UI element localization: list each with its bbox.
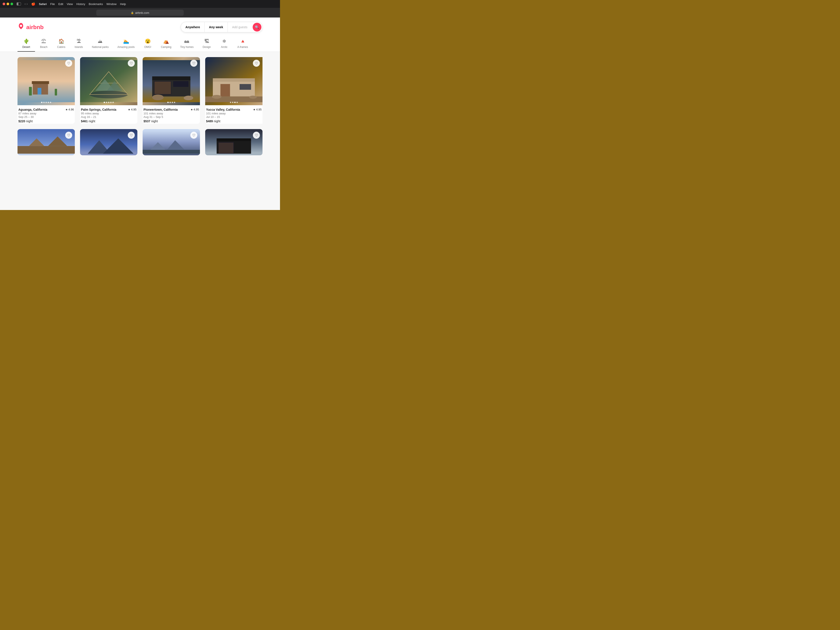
camping-icon: ⛺: [163, 38, 169, 44]
add-guests-button[interactable]: Add guests: [228, 22, 252, 32]
listing-card[interactable]: ♡: [205, 129, 262, 155]
category-national-parks[interactable]: ⛰ National parks: [87, 36, 113, 52]
category-cabins[interactable]: 🏠 Cabins: [52, 36, 70, 52]
category-omg-label: OMG!: [144, 46, 151, 49]
fullscreen-button[interactable]: [11, 3, 13, 5]
category-tiny-homes[interactable]: 🏘 Tiny homes: [176, 36, 198, 52]
wishlist-button-4[interactable]: ♡: [253, 60, 260, 67]
close-button[interactable]: [3, 3, 5, 5]
listing-image: ♡: [17, 57, 75, 105]
listing-location: Pioneertown, California: [144, 108, 178, 111]
star-icon: ★: [191, 108, 193, 111]
category-desert-label: Desert: [22, 46, 30, 49]
category-omg[interactable]: 😮 OMG!: [139, 36, 156, 52]
wishlist-button-8[interactable]: ♡: [253, 132, 260, 139]
listing-image: ♡: [205, 129, 262, 155]
svg-rect-42: [143, 150, 200, 153]
category-a-frames[interactable]: 🔺 A-frames: [233, 36, 253, 52]
category-beach[interactable]: ⛱ Beach: [35, 36, 52, 52]
rating-value: 4.95: [194, 108, 199, 111]
search-button[interactable]: 🔍: [253, 23, 261, 32]
airbnb-logo-icon: [17, 23, 25, 32]
svg-rect-28: [240, 84, 251, 90]
svg-rect-33: [17, 146, 75, 153]
category-a-frames-label: A-frames: [237, 46, 248, 49]
wishlist-button-1[interactable]: ♡: [65, 60, 72, 67]
listing-image: ♡: [143, 57, 200, 105]
anywhere-button[interactable]: Anywhere: [181, 22, 205, 32]
svg-rect-3: [38, 88, 41, 95]
dot: [167, 102, 169, 103]
mac-menu: 🍎 Safari File Edit View History Bookmark…: [30, 2, 277, 6]
listing-image: ♡: [17, 129, 75, 155]
rating-value: 4.96: [68, 108, 74, 111]
dot: [112, 102, 114, 103]
dot-indicators-2: [104, 102, 114, 103]
forward-button[interactable]: ›: [27, 2, 28, 6]
back-button[interactable]: ‹: [25, 2, 25, 6]
airbnb-logo-text: airbnb: [26, 24, 44, 31]
listing-rating: ★ 4.95: [253, 108, 262, 111]
view-menu[interactable]: View: [67, 2, 73, 6]
dot: [169, 102, 171, 103]
edit-menu[interactable]: Edit: [58, 2, 63, 6]
category-arctic[interactable]: ❄ Arctic: [215, 36, 233, 52]
wishlist-button-6[interactable]: ♡: [128, 132, 135, 139]
dot-indicators-4: [230, 102, 238, 103]
listing-title-row: Palm Springs, California ★ 4.95: [81, 108, 136, 111]
category-design[interactable]: 🏗 Design: [198, 36, 215, 52]
file-menu[interactable]: File: [50, 2, 55, 6]
bookmarks-menu[interactable]: Bookmarks: [89, 2, 103, 6]
category-camping[interactable]: ⛺ Camping: [156, 36, 176, 52]
listing-card[interactable]: ♡: [17, 129, 75, 155]
any-week-button[interactable]: Any week: [205, 22, 228, 32]
category-beach-label: Beach: [40, 46, 47, 49]
category-desert[interactable]: 🌵 Desert: [17, 36, 35, 52]
omg-icon: 😮: [145, 38, 151, 44]
a-frames-icon: 🔺: [240, 38, 246, 44]
safari-menu[interactable]: Safari: [39, 2, 47, 6]
category-amazing-pools[interactable]: 🏊 Amazing pools: [113, 36, 139, 52]
listing-info: Pioneertown, California ★ 4.95 101 miles…: [143, 105, 200, 124]
listing-info: Yucca Valley, California ★ 4.95 101 mile…: [205, 105, 262, 124]
category-amazing-pools-label: Amazing pools: [117, 46, 135, 49]
listing-card[interactable]: ♡: [143, 129, 200, 155]
sidebar-toggle-button[interactable]: [17, 2, 21, 5]
wishlist-button-3[interactable]: ♡: [190, 60, 197, 67]
listing-title-row: Pioneertown, California ★ 4.95: [144, 108, 199, 111]
wishlist-button-5[interactable]: ♡: [65, 132, 72, 139]
design-icon: 🏗: [204, 38, 209, 44]
listing-card[interactable]: ♡ Palm Springs, California ★ 4.: [80, 57, 137, 124]
apple-menu[interactable]: 🍎: [31, 2, 35, 6]
window-menu[interactable]: Window: [107, 2, 117, 6]
dot: [50, 102, 51, 103]
history-menu[interactable]: History: [76, 2, 85, 6]
dot: [174, 102, 175, 103]
category-camping-label: Camping: [161, 46, 171, 49]
listing-card[interactable]: ♡ Pioneertown, California ★ 4.95: [143, 57, 200, 124]
wishlist-button-7[interactable]: ♡: [190, 132, 197, 139]
wishlist-button-2[interactable]: ♡: [128, 60, 135, 67]
svg-rect-18: [152, 76, 191, 80]
price-value: $220: [18, 120, 25, 123]
price-value: $489: [206, 120, 213, 123]
listing-card[interactable]: ♡ Yucca Valley, California ★ 4.95: [205, 57, 262, 124]
airbnb-logo[interactable]: airbnb: [17, 23, 44, 32]
star-icon: ★: [128, 108, 130, 111]
listing-rating: ★ 4.95: [191, 108, 199, 111]
listing-location: Yucca Valley, California: [206, 108, 240, 111]
category-nav: 🌵 Desert ⛱ Beach 🏠 Cabins 🏝 Islands ⛰ Na…: [17, 36, 262, 52]
listing-info: Aguanga, California ★ 4.96 87 miles away…: [17, 105, 75, 124]
listing-image: ♡: [80, 57, 137, 105]
help-menu[interactable]: Help: [120, 2, 126, 6]
category-islands[interactable]: 🏝 Islands: [70, 36, 87, 52]
star-icon: ★: [65, 108, 68, 111]
dot: [237, 102, 238, 103]
listing-card[interactable]: ♡ Aguanga, California ★ 4.96: [17, 57, 75, 124]
islands-icon: 🏝: [76, 38, 81, 44]
dot: [41, 102, 43, 103]
address-bar[interactable]: 🔒 airbnb.com: [96, 9, 184, 16]
browser-content: airbnb Anywhere Any week Add guests 🔍 🌵 …: [0, 17, 280, 210]
minimize-button[interactable]: [6, 3, 9, 5]
listing-card[interactable]: ♡: [80, 129, 137, 155]
